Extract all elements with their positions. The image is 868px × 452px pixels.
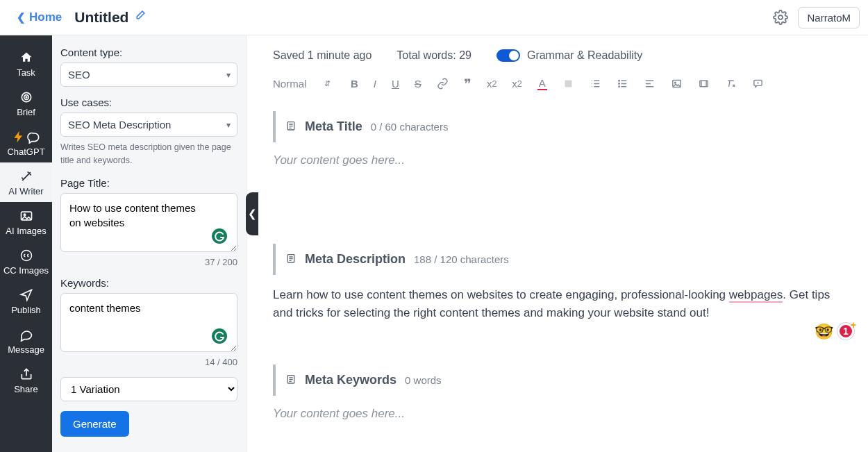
target-icon (0, 90, 52, 104)
svg-point-10 (619, 81, 619, 81)
nav-share[interactable]: Share (0, 360, 52, 400)
align-button[interactable] (644, 78, 656, 90)
highlight-button[interactable] (562, 78, 574, 90)
link-button[interactable] (437, 78, 449, 90)
underline-button[interactable]: U (392, 78, 399, 90)
doc-icon (285, 120, 297, 133)
meta-title-label: Meta Title (305, 119, 362, 134)
nav-message-label: Message (8, 344, 44, 355)
svg-point-11 (619, 83, 619, 84)
nav-publish[interactable]: Publish (0, 281, 52, 321)
toolbar: Normal ⇵ B I U S ❞ x2 x2 A (273, 77, 844, 90)
doc-icon (285, 374, 297, 387)
home-link[interactable]: ❮ Home (17, 10, 62, 24)
page-title: Untitled (74, 9, 128, 26)
meta-title-editor[interactable]: Your content goes here... (273, 153, 844, 167)
keywords-input[interactable] (60, 293, 237, 352)
page-title-counter: 37 / 200 (60, 257, 237, 267)
nav-aiwriter[interactable]: AI Writer (0, 162, 52, 202)
page-title-input[interactable] (60, 193, 237, 252)
generate-button[interactable]: Generate (60, 411, 129, 437)
gear-icon[interactable] (773, 10, 788, 25)
share-icon (0, 367, 52, 381)
content-type-value: SEO (68, 69, 90, 81)
keywords-label: Keywords: (60, 277, 237, 289)
bolt-chat-icon (12, 130, 41, 144)
cc-icon (0, 249, 52, 262)
edit-icon[interactable] (134, 10, 146, 25)
meta-keywords-label: Meta Keywords (305, 373, 397, 387)
nav-message[interactable]: Message (0, 321, 52, 360)
send-icon (0, 288, 52, 302)
nav-chatgpt[interactable]: ChatGPT (0, 123, 52, 162)
meta-keywords-count: 0 words (405, 374, 442, 386)
nav-brief-label: Brief (17, 107, 35, 117)
meta-desc-count: 188 / 120 characters (414, 253, 509, 265)
meta-desc-label: Meta Description (305, 252, 406, 267)
svg-point-5 (24, 214, 26, 216)
nerd-face-icon[interactable]: 🤓 (815, 323, 833, 341)
bold-button[interactable]: B (351, 78, 358, 90)
superscript-button[interactable]: x2 (512, 78, 521, 90)
grammar-toggle[interactable] (496, 49, 520, 62)
format-value: Normal (273, 78, 306, 90)
left-nav: Task Brief ChatGPT AI Writer AI Images C… (0, 35, 52, 452)
italic-button[interactable]: I (374, 78, 376, 90)
saved-status: Saved 1 minute ago (273, 49, 372, 62)
meta-desc-text-a: Learn how to use content themes on websi… (273, 288, 729, 301)
format-select[interactable]: Normal ⇵ (273, 78, 335, 90)
ordered-list-button[interactable] (590, 78, 601, 90)
home-text: Home (29, 10, 62, 24)
meta-title-count: 0 / 60 characters (371, 121, 449, 133)
meta-desc-spell: webpages (729, 288, 783, 303)
word-count: Total words: 29 (397, 49, 471, 62)
account-menu[interactable]: NarratoM (798, 7, 860, 28)
nav-aiimages-label: AI Images (6, 226, 47, 236)
use-cases-help: Writes SEO meta description given the pa… (60, 141, 237, 167)
grammar-label: Grammar & Readability (527, 49, 642, 62)
notification-badge[interactable]: 1 (837, 323, 854, 340)
reaction-row: 🤓 1 (815, 323, 854, 341)
video-button[interactable] (698, 78, 710, 90)
svg-point-6 (21, 251, 31, 261)
image-icon (0, 209, 52, 223)
strike-button[interactable]: S (415, 78, 422, 90)
wand-icon (0, 169, 52, 183)
chat-icon (0, 328, 52, 342)
editor: Saved 1 minute ago Total words: 29 Gramm… (247, 35, 868, 452)
nav-share-label: Share (14, 384, 38, 394)
nav-task[interactable]: Task (0, 44, 52, 83)
nav-aiimages[interactable]: AI Images (0, 202, 52, 242)
nav-brief[interactable]: Brief (0, 83, 52, 123)
bullet-list-button[interactable] (617, 78, 628, 90)
nav-aiwriter-label: AI Writer (8, 186, 43, 196)
use-cases-label: Use cases: (60, 97, 237, 108)
topbar: ❮ Home Untitled NarratoM (0, 0, 868, 35)
meta-desc-editor[interactable]: Learn how to use content themes on websi… (273, 286, 844, 323)
doc-icon (285, 253, 297, 266)
svg-rect-9 (565, 81, 571, 87)
nav-chatgpt-label: ChatGPT (7, 147, 44, 157)
image-button[interactable] (671, 78, 683, 90)
nav-ccimages[interactable]: CC Images (0, 242, 52, 281)
nav-publish-label: Publish (11, 305, 41, 315)
expand-icon: ⇵ (324, 79, 331, 88)
use-cases-value: SEO Meta Description (68, 119, 171, 131)
page-title-label: Page Title: (60, 177, 237, 189)
config-panel: Content type: SEO Use cases: SEO Meta De… (52, 35, 247, 452)
svg-point-14 (674, 82, 676, 83)
content-type-label: Content type: (60, 47, 237, 58)
text-color-button[interactable]: A (537, 77, 547, 90)
comment-button[interactable] (752, 78, 764, 90)
chevron-left-icon: ❮ (17, 11, 26, 24)
home-icon (0, 51, 52, 65)
svg-point-0 (779, 15, 783, 19)
subscript-button[interactable]: x2 (487, 78, 496, 90)
variation-select[interactable]: 1 Variation (60, 377, 237, 401)
clear-format-button[interactable] (725, 78, 737, 90)
content-type-select[interactable]: SEO (60, 62, 237, 87)
keywords-counter: 14 / 400 (60, 357, 237, 367)
use-cases-select[interactable]: SEO Meta Description (60, 112, 237, 137)
nav-ccimages-label: CC Images (3, 265, 49, 276)
meta-keywords-editor[interactable]: Your content goes here... (273, 407, 844, 421)
